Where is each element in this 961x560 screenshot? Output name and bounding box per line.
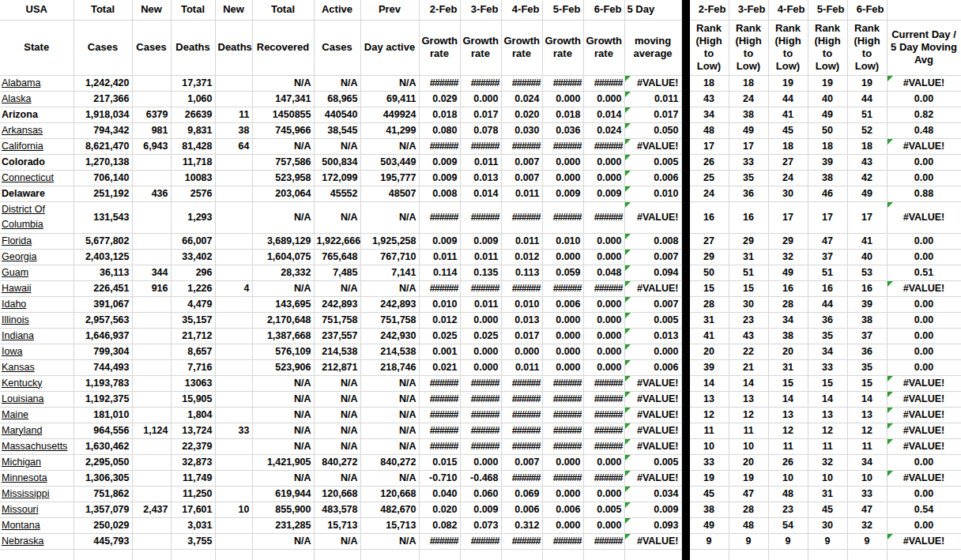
cell-growth-5feb[interactable]: ###### [542, 391, 583, 407]
cell-active-cases[interactable]: 242,893 [314, 296, 360, 312]
header-growth-2feb-group[interactable]: 2-Feb [419, 0, 460, 20]
cell-rank-4feb[interactable]: 15 [768, 375, 808, 391]
cell-total-cases[interactable]: 2,403,125 [73, 249, 132, 265]
cell-growth-2feb[interactable]: ###### [419, 75, 460, 91]
cell-moving-avg-5day[interactable]: 0.009 [624, 502, 681, 517]
cell-growth-6feb[interactable]: ###### [583, 75, 624, 91]
cell-growth-3feb[interactable]: 0.009 [460, 502, 501, 517]
cell-rank-2feb[interactable]: 14 [689, 375, 729, 391]
cell-rank-4feb[interactable]: 14 [768, 391, 808, 407]
state-cell[interactable]: Maine [0, 407, 73, 423]
cell-total-recovered[interactable]: 28,332 [252, 265, 314, 280]
state-cell[interactable]: Hawaii [0, 280, 73, 296]
cell-current-vs-avg[interactable]: 0.00 [887, 454, 961, 470]
cell-growth-2feb[interactable]: 0.009 [419, 233, 460, 249]
cell-rank-4feb[interactable]: 12 [768, 423, 808, 438]
cell-rank-5feb[interactable]: 10 [808, 470, 847, 486]
state-cell[interactable]: Minnesota [0, 470, 73, 486]
header-growth-4feb[interactable]: Growth rate [501, 20, 542, 75]
cell-growth-2feb[interactable]: 0.010 [419, 296, 460, 312]
header-rank-3feb-group[interactable]: 3-Feb [729, 0, 768, 20]
cell-moving-avg-5day[interactable]: 0.007 [624, 249, 681, 265]
cell-current-vs-avg[interactable]: 0.00 [887, 328, 961, 344]
cell-growth-3feb[interactable]: 0.017 [460, 107, 501, 122]
cell-total-recovered[interactable]: 143,695 [252, 296, 314, 312]
cell-active-cases[interactable]: 45552 [314, 186, 360, 201]
cell-growth-6feb[interactable]: 0.009 [583, 186, 624, 201]
cell-rank-4feb[interactable]: 18 [768, 138, 808, 154]
cell-rank-4feb[interactable]: 31 [768, 359, 808, 375]
cell-current-vs-avg[interactable]: #VALUE! [887, 423, 961, 438]
cell-new-cases[interactable] [132, 517, 171, 533]
cell-growth-2feb[interactable]: 0.040 [419, 486, 460, 502]
cell-prev-day-active[interactable]: 214,538 [360, 344, 419, 359]
cell-rank-5feb[interactable]: 46 [808, 186, 847, 201]
state-cell[interactable]: Arizona [0, 107, 73, 122]
cell-new-deaths[interactable] [215, 328, 252, 344]
empty-cell[interactable] [360, 549, 419, 560]
cell-growth-6feb[interactable]: 0.000 [583, 312, 624, 328]
header-growth-5feb[interactable]: Growth rate [542, 20, 583, 75]
cell-rank-2feb[interactable]: 18 [689, 75, 729, 91]
cell-growth-4feb[interactable]: 0.007 [501, 154, 542, 170]
cell-growth-4feb[interactable]: 0.010 [501, 296, 542, 312]
cell-total-cases[interactable]: 131,543 [73, 201, 132, 233]
cell-current-vs-avg[interactable]: 0.48 [887, 122, 961, 138]
cell-new-cases[interactable] [132, 296, 171, 312]
cell-active-cases[interactable]: 68,965 [314, 91, 360, 107]
cell-active-cases[interactable]: 500,834 [314, 154, 360, 170]
cell-rank-4feb[interactable]: 16 [768, 280, 808, 296]
cell-total-cases[interactable]: 1,646,937 [73, 328, 132, 344]
cell-active-cases[interactable]: 214,538 [314, 344, 360, 359]
cell-moving-avg-5day[interactable]: 0.011 [624, 91, 681, 107]
cell-rank-5feb[interactable]: 40 [808, 91, 847, 107]
cell-growth-5feb[interactable]: 0.036 [542, 122, 583, 138]
cell-new-deaths[interactable] [215, 375, 252, 391]
cell-rank-3feb[interactable]: 12 [729, 407, 768, 423]
cell-growth-6feb[interactable]: 0.000 [583, 328, 624, 344]
cell-growth-2feb[interactable]: ###### [419, 407, 460, 423]
cell-total-cases[interactable]: 445,793 [73, 533, 132, 549]
cell-total-deaths[interactable]: 13,724 [171, 423, 215, 438]
state-cell[interactable]: Alaska [0, 91, 73, 107]
cell-new-deaths[interactable] [215, 91, 252, 107]
cell-growth-5feb[interactable]: ###### [542, 138, 583, 154]
cell-new-cases[interactable]: 6,943 [132, 138, 171, 154]
cell-new-deaths[interactable]: 4 [215, 280, 252, 296]
empty-cell[interactable] [583, 549, 624, 560]
cell-rank-5feb[interactable]: 50 [808, 122, 847, 138]
header-growth-3feb[interactable]: Growth rate [460, 20, 501, 75]
cell-moving-avg-5day[interactable]: #VALUE! [624, 280, 681, 296]
cell-growth-4feb[interactable]: 0.006 [501, 502, 542, 517]
state-cell[interactable]: Kentucky [0, 375, 73, 391]
cell-rank-6feb[interactable]: 35 [847, 359, 887, 375]
cell-rank-4feb[interactable]: 34 [768, 312, 808, 328]
cell-prev-day-active[interactable]: N/A [360, 280, 419, 296]
cell-rank-2feb[interactable]: 19 [689, 470, 729, 486]
cell-rank-4feb[interactable]: 45 [768, 122, 808, 138]
cell-growth-6feb[interactable]: 0.000 [583, 249, 624, 265]
cell-total-recovered[interactable]: N/A [252, 391, 314, 407]
header-new-deaths-group[interactable]: New [215, 0, 252, 20]
cell-growth-5feb[interactable]: 0.000 [542, 328, 583, 344]
cell-rank-5feb[interactable]: 35 [808, 328, 847, 344]
cell-growth-4feb[interactable]: 0.007 [501, 454, 542, 470]
header-rank-6feb-group[interactable]: 6-Feb [847, 0, 887, 20]
cell-moving-avg-5day[interactable]: 0.005 [624, 454, 681, 470]
cell-rank-6feb[interactable]: 38 [847, 312, 887, 328]
empty-cell[interactable] [689, 549, 729, 560]
cell-new-cases[interactable] [132, 391, 171, 407]
cell-new-deaths[interactable]: 33 [215, 423, 252, 438]
cell-rank-3feb[interactable]: 35 [729, 170, 768, 186]
cell-rank-3feb[interactable]: 49 [729, 122, 768, 138]
header-active-cases[interactable]: Cases [314, 20, 360, 75]
cell-total-cases[interactable]: 226,451 [73, 280, 132, 296]
cell-growth-3feb[interactable]: ###### [460, 280, 501, 296]
cell-prev-day-active[interactable]: N/A [360, 391, 419, 407]
cell-active-cases[interactable]: N/A [314, 75, 360, 91]
cell-rank-5feb[interactable]: 14 [808, 391, 847, 407]
empty-cell[interactable] [171, 549, 215, 560]
cell-rank-4feb[interactable]: 19 [768, 75, 808, 91]
cell-rank-2feb[interactable]: 31 [689, 312, 729, 328]
cell-total-deaths[interactable]: 3,755 [171, 533, 215, 549]
